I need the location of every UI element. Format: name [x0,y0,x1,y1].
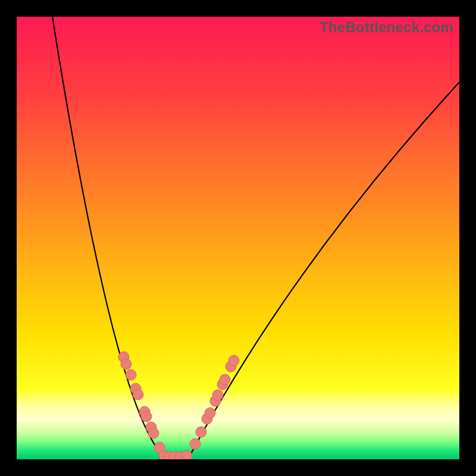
data-dot [220,374,230,385]
data-dot [126,369,136,380]
data-dot [196,427,206,437]
data-dot [133,389,143,400]
curve-path [52,17,459,457]
data-dot [190,439,201,449]
data-dot [205,408,215,418]
bottleneck-curve [17,17,459,459]
chart-frame: TheBottleneck.com [0,0,476,476]
data-dot [228,355,239,366]
data-dot [212,390,223,400]
data-dot [148,428,159,439]
data-dot [141,411,152,422]
gradient-panel: TheBottleneck.com [17,17,459,459]
data-dot [181,450,192,459]
data-dot [121,359,131,369]
